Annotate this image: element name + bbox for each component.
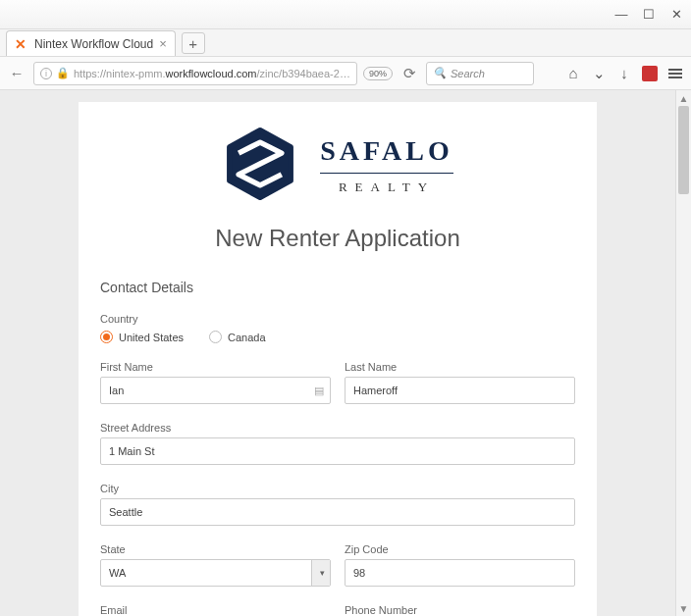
city-label: City (100, 483, 575, 494)
form-page: SAFALO REALTY New Renter Application Con… (79, 102, 597, 616)
brand-subtitle: REALTY (320, 173, 453, 195)
scroll-down-icon[interactable]: ▼ (676, 600, 691, 616)
street-input[interactable]: 1 Main St (100, 437, 575, 465)
phone-label: Phone Number (345, 604, 575, 616)
vertical-scrollbar[interactable]: ▲ ▼ (675, 90, 691, 616)
search-bar[interactable]: 🔍 Search (426, 62, 534, 85)
zip-input[interactable]: 98 (345, 559, 575, 587)
zoom-indicator[interactable]: 90% (363, 67, 393, 80)
url-text: https://nintex-pmm.workflowcloud.com/zin… (74, 68, 350, 79)
extension-icon[interactable] (640, 64, 660, 83)
search-icon: 🔍 (433, 67, 447, 79)
maximize-button[interactable]: ☐ (642, 8, 656, 22)
email-label: Email (100, 604, 331, 616)
brand-name: SAFALO (320, 135, 453, 167)
first-name-input[interactable]: Ian ▤ (100, 377, 331, 404)
city-input[interactable]: Seattle (100, 498, 575, 526)
section-contact-details: Contact Details (100, 280, 575, 295)
browser-navbar: ← i 🔒 https://nintex-pmm.workflowcloud.c… (0, 57, 691, 90)
scroll-thumb[interactable] (678, 106, 689, 194)
scroll-up-icon[interactable]: ▲ (676, 90, 691, 106)
state-select[interactable]: WA ▾ (100, 559, 331, 587)
nintex-favicon-icon: ✕ (15, 37, 28, 51)
last-name-input[interactable]: Hameroff (345, 377, 575, 404)
last-name-label: Last Name (345, 361, 575, 373)
back-button[interactable]: ← (6, 63, 27, 84)
contact-book-icon[interactable]: ▤ (314, 385, 324, 397)
safalo-logo-icon (222, 126, 298, 205)
page-viewport: SAFALO REALTY New Renter Application Con… (0, 90, 691, 616)
home-icon[interactable]: ⌂ (563, 64, 583, 83)
pocket-icon[interactable]: ⌄ (589, 64, 609, 83)
radio-united-states[interactable]: United States (100, 331, 184, 343)
tab-title: Nintex Workflow Cloud (34, 37, 153, 51)
radio-unselected-icon (209, 331, 222, 343)
page-title: New Renter Application (100, 225, 575, 252)
menu-button[interactable] (665, 64, 685, 83)
state-label: State (100, 543, 331, 555)
logo-area: SAFALO REALTY (100, 120, 575, 205)
radio-canada[interactable]: Canada (209, 331, 266, 343)
url-bar[interactable]: i 🔒 https://nintex-pmm.workflowcloud.com… (33, 62, 357, 85)
country-label: Country (100, 313, 575, 325)
browser-tab[interactable]: ✕ Nintex Workflow Cloud × (6, 30, 176, 56)
reload-button[interactable]: ⟳ (399, 63, 420, 84)
lock-icon: 🔒 (56, 67, 70, 79)
minimize-button[interactable]: — (614, 8, 628, 22)
search-placeholder: Search (451, 68, 485, 79)
tab-strip: ✕ Nintex Workflow Cloud × + (0, 29, 691, 57)
site-info-icon[interactable]: i (40, 68, 52, 79)
first-name-label: First Name (100, 361, 331, 373)
hamburger-icon (668, 69, 682, 78)
close-window-button[interactable]: ✕ (669, 8, 683, 22)
zip-label: Zip Code (345, 543, 575, 555)
window-titlebar: — ☐ ✕ (0, 0, 691, 29)
new-tab-button[interactable]: + (182, 32, 205, 54)
chevron-down-icon: ▾ (320, 568, 325, 578)
radio-selected-icon (100, 331, 113, 343)
downloads-icon[interactable]: ↓ (614, 64, 634, 83)
close-tab-icon[interactable]: × (159, 36, 167, 51)
street-label: Street Address (100, 422, 575, 434)
